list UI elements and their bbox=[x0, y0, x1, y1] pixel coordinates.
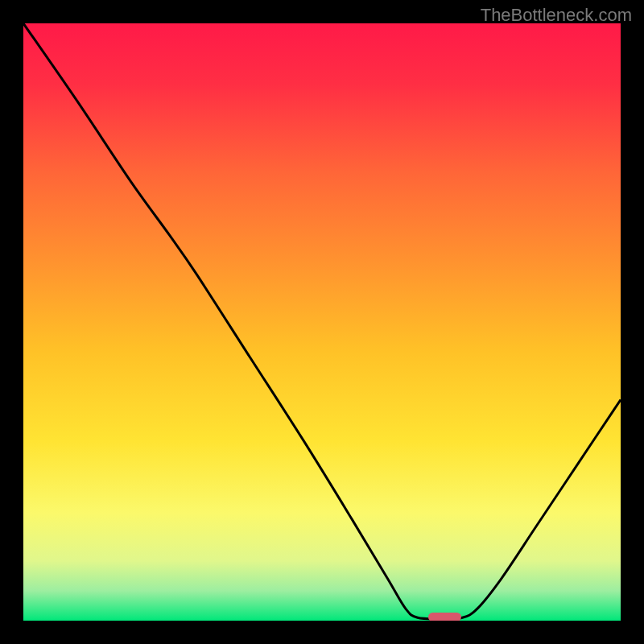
optimum-marker bbox=[428, 613, 461, 621]
curve-layer bbox=[23, 23, 621, 621]
watermark-label: TheBottleneck.com bbox=[481, 5, 632, 26]
bottleneck-curve bbox=[23, 23, 621, 619]
plot-area bbox=[23, 23, 621, 621]
